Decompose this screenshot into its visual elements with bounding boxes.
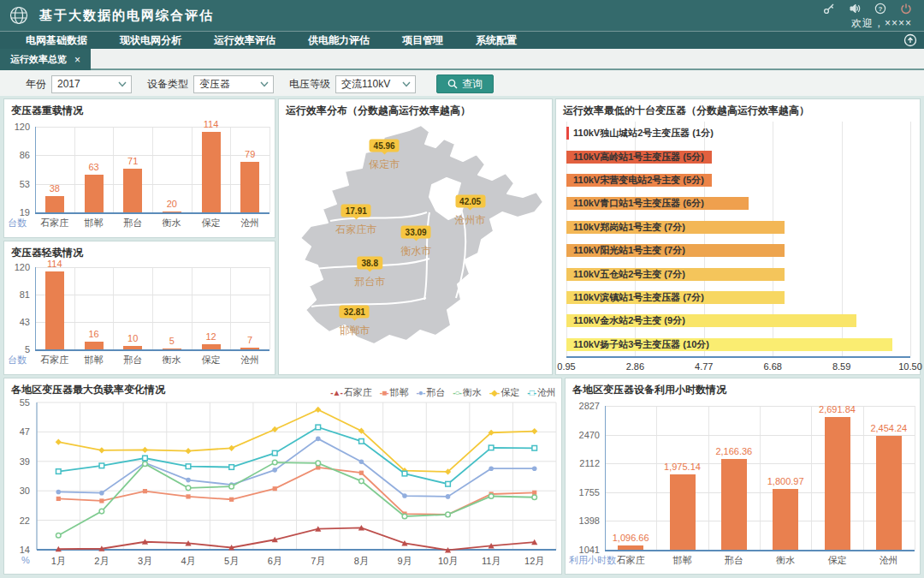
year-select[interactable]: 2017 bbox=[51, 75, 132, 93]
chevron-down-icon bbox=[118, 81, 127, 87]
panel-max-load-rate: 各地区变压器最大负载率变化情况 -▲-石家庄 -■-邯郸 -●-邢台 -○-衡水… bbox=[3, 378, 562, 575]
bar-value-label: 1,096.66 bbox=[601, 533, 660, 543]
axis-name-label: 利用小时数 bbox=[569, 554, 616, 567]
nav-item-operation-efficiency[interactable]: 运行效率评估 bbox=[214, 33, 275, 48]
bar bbox=[240, 348, 259, 349]
series-marker bbox=[489, 466, 494, 471]
nav-item-system-config[interactable]: 系统配置 bbox=[476, 33, 517, 48]
svg-text:?: ? bbox=[879, 5, 883, 13]
row-label: 110kV滨镇站1号主变压器 (7分) bbox=[573, 291, 704, 304]
main-nav: 电网基础数据 现状电网分析 运行效率评估 供电能力评估 项目管理 系统配置 bbox=[0, 31, 924, 49]
series-marker bbox=[359, 439, 364, 444]
gridline bbox=[605, 492, 915, 493]
voltage-level-label: 电压等级 bbox=[289, 77, 330, 92]
bar-value-label: 1,800.97 bbox=[755, 476, 815, 486]
tab-close-icon[interactable]: × bbox=[74, 54, 80, 66]
series-marker bbox=[143, 489, 147, 493]
axis-name-label: % bbox=[21, 555, 30, 565]
series-marker bbox=[56, 439, 62, 445]
series-marker bbox=[272, 460, 277, 465]
x-tick-label: 10.50 bbox=[891, 361, 924, 372]
series-marker bbox=[532, 491, 536, 495]
map-city-label: 石家庄市 bbox=[335, 223, 376, 237]
series-marker bbox=[272, 450, 277, 456]
voltage-level-select[interactable]: 交流110kV bbox=[335, 75, 416, 93]
series-marker bbox=[142, 447, 148, 453]
row-label: 110kV郑岗站1号主变 (7分) bbox=[573, 221, 685, 234]
y-tick-label: 2470 bbox=[566, 430, 600, 440]
series-marker bbox=[143, 456, 148, 461]
legend-item[interactable]: -◆-保定 bbox=[489, 384, 519, 399]
series-marker bbox=[446, 481, 451, 486]
key-icon[interactable] bbox=[823, 3, 835, 15]
collapse-up-icon[interactable] bbox=[903, 33, 917, 47]
axis-name-label: 台数 bbox=[8, 217, 27, 229]
legend-item[interactable]: -●-邢台 bbox=[417, 384, 446, 399]
map-city-label: 邢台市 bbox=[354, 275, 385, 289]
series-marker bbox=[402, 471, 407, 476]
nav-item-current-grid-analysis[interactable]: 现状电网分析 bbox=[120, 33, 181, 48]
series-marker bbox=[402, 493, 407, 498]
panel-title: 运行效率最低的十台变压器（分数越高运行效率越高） bbox=[563, 104, 809, 118]
help-icon[interactable]: ? bbox=[874, 3, 886, 15]
tab-operation-efficiency-overview[interactable]: 运行效率总览 × bbox=[0, 49, 91, 70]
row-label: 110kV金水站2号主变 (9分) bbox=[573, 314, 685, 327]
legend-item[interactable]: -○-衡水 bbox=[453, 384, 482, 399]
x-axis-line bbox=[605, 550, 915, 551]
series-marker bbox=[532, 445, 537, 450]
y-tick-label: 2112 bbox=[566, 458, 600, 468]
chart-legend: -▲-石家庄 -■-邯郸 -●-邢台 -○-衡水 -◆-保定 -□-沧州 bbox=[330, 384, 556, 399]
series-marker bbox=[143, 462, 148, 467]
axis-name-label: 台数 bbox=[8, 354, 27, 366]
panel-title: 运行效率分布（分数越高运行效率越高） bbox=[286, 104, 471, 118]
app-header: 基于大数据的电网综合评估 bbox=[0, 0, 924, 31]
gridline bbox=[35, 295, 270, 295]
gridline bbox=[605, 406, 915, 407]
series-marker bbox=[99, 498, 104, 503]
panel-transformer-overload: 变压器重载情况 19538612038石家庄63邯郸71邢台20衡水114保定7… bbox=[3, 98, 275, 238]
row-label: 110kV独山城站2号主变压器 (1分) bbox=[573, 127, 714, 140]
bar bbox=[618, 545, 643, 550]
series-marker bbox=[229, 498, 234, 502]
power-icon[interactable] bbox=[900, 3, 912, 15]
bar-value-label: 114 bbox=[181, 119, 241, 129]
legend-item[interactable]: -■-邯郸 bbox=[380, 384, 409, 399]
row-label: 110kV青口站1号主变压器 (6分) bbox=[573, 197, 704, 210]
map-city-label: 邯郸市 bbox=[339, 324, 370, 338]
series-marker bbox=[446, 512, 451, 517]
y-tick-label: 86 bbox=[4, 150, 30, 160]
panel-title: 变压器轻载情况 bbox=[11, 246, 83, 260]
bar bbox=[123, 346, 142, 349]
bar-value-label: 2,691.84 bbox=[808, 404, 868, 414]
bar bbox=[45, 271, 64, 349]
map-pin: 42.05 bbox=[455, 195, 485, 208]
panel-title: 变压器重载情况 bbox=[11, 104, 83, 118]
x-tick-label: 6.68 bbox=[754, 361, 791, 372]
legend-marker-icon: -○- bbox=[453, 388, 461, 397]
panel-worst-ten-transformers: 运行效率最低的十台变压器（分数越高运行效率越高） 0.952.864.776.6… bbox=[555, 98, 921, 375]
speaker-icon[interactable] bbox=[849, 3, 861, 15]
row-label: 110kV五仓站2号主变 (7分) bbox=[573, 268, 685, 281]
bar bbox=[773, 489, 798, 550]
legend-item[interactable]: -□-沧州 bbox=[527, 384, 556, 399]
voltage-level-select-value: 交流110kV bbox=[341, 77, 390, 92]
bar-value-label: 2,166.36 bbox=[704, 446, 764, 456]
legend-item[interactable]: -▲-石家庄 bbox=[330, 384, 372, 399]
bar bbox=[163, 212, 181, 212]
nav-item-grid-base-data[interactable]: 电网基础数据 bbox=[26, 33, 87, 48]
series-marker bbox=[229, 484, 234, 489]
load-rate-line-chart: 1422303947551月2月3月4月5月6月7月8月9月10月11月12月% bbox=[4, 378, 561, 574]
map-pin: 17.91 bbox=[341, 205, 371, 217]
legend-marker-icon: -◆- bbox=[489, 388, 499, 397]
nav-item-supply-capability[interactable]: 供电能力评估 bbox=[308, 33, 370, 48]
header-right: ? 欢迎，×××× bbox=[823, 1, 924, 31]
row-label: 110kV阳光站1号主变 (7分) bbox=[573, 244, 685, 257]
series-marker bbox=[99, 463, 104, 468]
panel-transformer-lightload: 变压器轻载情况 54381120114石家庄16邯郸10邢台5衡水12保定7沧州… bbox=[3, 241, 275, 375]
nav-item-project-management[interactable]: 项目管理 bbox=[402, 33, 443, 48]
search-button[interactable]: 查询 bbox=[436, 74, 494, 93]
map-pin: 32.81 bbox=[340, 306, 370, 319]
device-type-select[interactable]: 变压器 bbox=[193, 75, 274, 93]
row-label: 110kV宋营变电站2号主变 (5分) bbox=[573, 174, 704, 187]
x-category-label: 沧州 bbox=[859, 554, 919, 567]
